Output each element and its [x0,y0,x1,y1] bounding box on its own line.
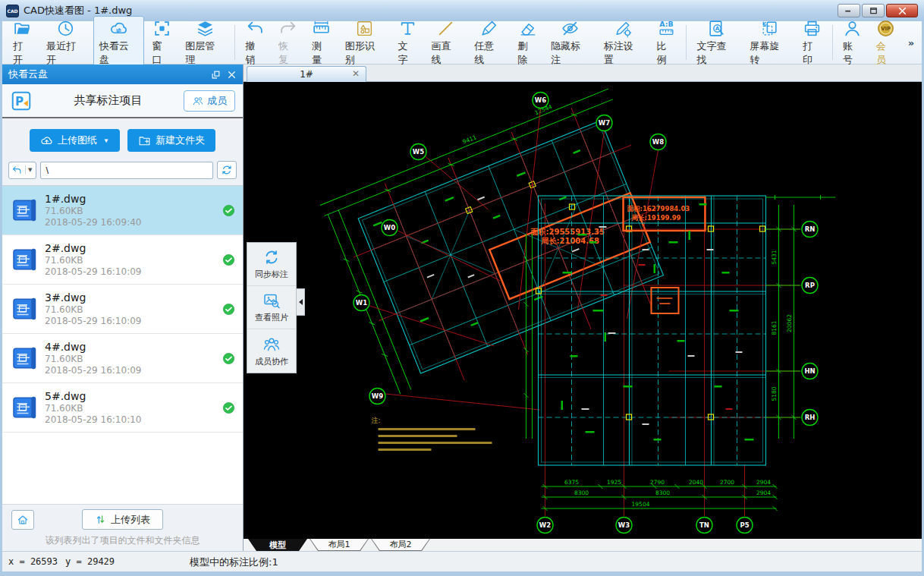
view-photos-button[interactable]: 查看照片 [247,286,296,329]
vip-icon [876,19,895,38]
main-toolbar: 打开 最近打开 快看云盘 窗口 图层管理 撤销 恢复 测量 图形识别 文字 画直… [2,21,922,65]
redo-icon [278,19,297,38]
refresh-button[interactable] [217,161,237,179]
person-icon [843,19,862,38]
svg-text:TN: TN [699,521,709,529]
svg-text:5180: 5180 [771,386,778,401]
panel-actions: 上传图纸 ▼ 新建文件夹 [2,118,243,159]
home-button[interactable] [11,510,34,530]
pencil-gear-icon [614,19,633,38]
synced-check-icon [222,352,235,365]
toolbar-button-undo[interactable]: 撤销 [239,16,271,69]
svg-text:2700: 2700 [720,479,734,486]
svg-text:2040: 2040 [689,479,703,486]
svg-text:面积:16279984.03: 面积:16279984.03 [627,205,690,212]
sync-icon [262,248,281,266]
path-input[interactable] [40,162,213,179]
panel-close-icon[interactable] [227,70,237,80]
svg-text:W6: W6 [535,96,546,104]
arrow-left-icon [299,299,303,305]
toolbar-button-cloud-drive[interactable]: 快看云盘 [93,16,145,69]
minimize-icon [843,5,855,17]
toolbar-button-open[interactable]: 打开 [7,16,39,69]
svg-text:2790: 2790 [650,479,665,486]
toolbar-button-delete[interactable]: 删除 [511,16,543,69]
toolbar-button-recent[interactable]: 最近打开 [40,16,92,69]
tab-model[interactable]: 模型 [248,539,307,551]
members-icon [192,95,204,107]
members-button[interactable]: 成员 [184,90,235,112]
document-tab-strip: 1# ✕ [244,65,922,82]
maximize-icon [868,5,879,17]
tab-layout1[interactable]: 布局1 [310,539,369,551]
notes-block: 注: [372,417,492,451]
bottom-axis-bubbles [537,518,753,534]
new-folder-button[interactable]: 新建文件夹 [127,129,215,152]
panel-footer-note: 该列表列出了项目的文件和文件夹信息 [2,534,243,551]
toolbar-button-print[interactable]: 打印 [797,16,828,69]
file-item[interactable]: 4#.dwg 71.60KB 2018-05-29 16:10:09 [2,334,243,383]
synced-check-icon [222,401,235,414]
toolbar-button-shape-recognition[interactable]: 图形识别 [339,16,391,69]
toolbar-button-draw-line[interactable]: 画直线 [425,16,467,69]
file-item[interactable]: 1#.dwg 71.60KB 2018-05-29 16:09:40 [2,186,243,235]
toolbar-button-text[interactable]: 文字 [392,16,424,69]
toolbar-button-freehand-line[interactable]: 任意线 [468,16,510,69]
file-item[interactable]: 2#.dwg 71.60KB 2018-05-29 16:10:09 [2,235,243,285]
upload-dropdown-arrow[interactable]: ▼ [103,137,109,144]
drawing-file-icon [11,295,39,323]
toolbar-button-redo[interactable]: 恢复 [272,16,304,69]
close-icon [897,5,908,17]
ratio-icon [657,19,676,38]
back-button[interactable]: ▼ [8,162,36,179]
toolbar-button-measure[interactable]: 测量 [306,16,338,69]
panel-title: 快看云盘 [8,68,48,81]
synced-check-icon [222,204,235,217]
tab-close-icon[interactable]: ✕ [352,69,360,78]
svg-text:RH: RH [805,414,816,421]
toolbar-button-vip[interactable]: 会员 [870,16,902,69]
right-axis-bubbles [802,222,818,426]
shapes-icon [355,19,374,38]
drawing-file-icon [11,394,39,421]
printer-icon [803,19,822,38]
cad-drawing: 9411 12544 [244,82,922,539]
file-item[interactable]: 3#.dwg 71.60KB 2018-05-29 16:10:09 [2,285,243,334]
upload-list-button[interactable]: 上传列表 [82,509,163,530]
path-bar: ▼ [2,159,243,185]
svg-text:RP: RP [805,282,815,289]
drawing-file-icon [11,345,39,372]
sync-annotations-button[interactable]: 同步标注 [247,243,296,286]
folder-plus-icon [138,134,151,147]
panel-collapse-arrow[interactable] [297,288,305,316]
synced-check-icon [222,253,235,266]
toolbar-button-window[interactable]: 窗口 [146,16,178,69]
tab-layout2[interactable]: 布局2 [371,539,430,551]
svg-text:HN: HN [804,367,815,375]
member-collaboration-button[interactable]: 成员协作 [247,329,296,373]
file-item[interactable]: 5#.dwg 71.60KB 2018-05-29 16:10:10 [2,383,243,433]
toolbar-button-rotate-screen[interactable]: 屏幕旋转 [743,16,795,69]
toolbar-button-annotation-settings[interactable]: 标注设置 [598,16,649,69]
cloud-drive-panel: 快看云盘 共享标注项目 成员 上传图纸 ▼ 新建文件夹 [2,65,244,551]
clock-icon [56,19,75,38]
upload-drawing-button[interactable]: 上传图纸 ▼ [30,129,120,152]
document-tab[interactable]: 1# ✕ [247,66,366,82]
toolbar-separator [686,25,687,60]
svg-text:8161: 8161 [771,320,778,335]
toolbar-button-hide-annotations[interactable]: 隐藏标注 [545,16,596,69]
find-text-icon [707,19,726,38]
project-icon [10,90,33,112]
toolbar-button-layers[interactable]: 图层管理 [179,16,231,69]
toolbar-button-find-text[interactable]: 文字查找 [690,16,742,69]
svg-text:5431: 5431 [771,250,778,264]
collaboration-icon [262,335,281,354]
back-dropdown-arrow[interactable]: ▼ [25,165,33,175]
svg-text:W2: W2 [539,521,551,529]
toolbar-button-scale[interactable]: 比例 [651,16,683,69]
rotate-icon [760,19,779,38]
toolbar-overflow-button[interactable]: » [904,37,919,49]
cad-canvas[interactable]: 9411 12544 [244,82,922,539]
toolbar-button-account[interactable]: 账号 [837,16,869,69]
panel-undock-icon[interactable] [211,70,221,80]
